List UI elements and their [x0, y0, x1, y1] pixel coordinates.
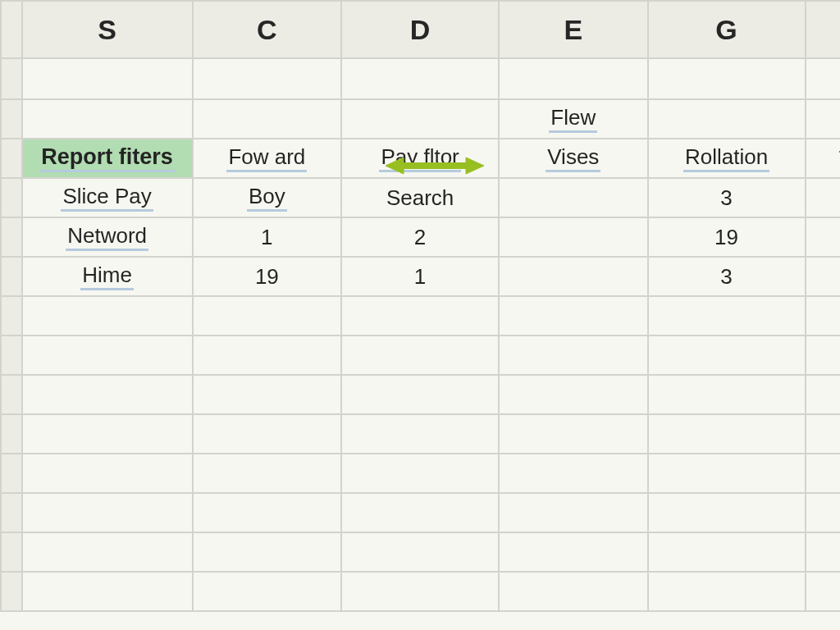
cell[interactable]: Search	[341, 178, 499, 217]
cell[interactable]	[193, 532, 341, 572]
cell[interactable]	[193, 58, 341, 99]
row-7[interactable]	[1, 296, 840, 336]
row-number[interactable]	[1, 178, 22, 217]
cell[interactable]	[806, 532, 840, 572]
cell[interactable]	[806, 336, 840, 375]
cell-tin[interactable]: Tin	[806, 139, 840, 178]
column-header-d[interactable]: D	[341, 1, 499, 58]
row-9[interactable]	[1, 375, 840, 414]
select-all-corner[interactable]	[1, 1, 22, 58]
cell[interactable]: 1	[193, 217, 341, 257]
row-number[interactable]	[1, 336, 22, 375]
cell[interactable]	[499, 58, 647, 99]
cell[interactable]	[193, 454, 341, 493]
cell[interactable]	[22, 532, 193, 572]
cell[interactable]	[648, 336, 806, 375]
row-number[interactable]	[1, 414, 22, 454]
row-number[interactable]	[1, 572, 22, 611]
cell[interactable]	[193, 99, 341, 139]
cell[interactable]: 3	[648, 257, 806, 296]
cell[interactable]	[22, 296, 193, 336]
cell[interactable]: Slice Pay	[22, 178, 193, 217]
cell[interactable]: 1	[341, 257, 499, 296]
cell[interactable]	[648, 532, 806, 572]
cell[interactable]	[193, 296, 341, 336]
row-6[interactable]: Hime 19 1 3	[1, 257, 840, 296]
cell[interactable]: 2	[341, 217, 499, 257]
cell[interactable]	[499, 217, 647, 257]
cell[interactable]: 3	[648, 178, 806, 217]
row-1[interactable]	[1, 58, 840, 99]
cell-report-fiters[interactable]: Report fiters	[22, 139, 193, 178]
cell[interactable]	[806, 257, 840, 296]
column-header-row[interactable]: S C D E G	[1, 1, 840, 58]
cell[interactable]	[341, 454, 499, 493]
row-5[interactable]: Netword 1 2 19	[1, 217, 840, 257]
cell[interactable]	[499, 296, 647, 336]
cell-vises[interactable]: Vises	[499, 139, 647, 178]
row-number[interactable]	[1, 454, 22, 493]
row-number[interactable]	[1, 99, 22, 139]
cell-flew[interactable]: Flew	[499, 99, 647, 139]
cell[interactable]	[22, 336, 193, 375]
column-header-tail[interactable]	[806, 1, 840, 58]
cell[interactable]	[341, 336, 499, 375]
row-number[interactable]	[1, 217, 22, 257]
cell[interactable]	[648, 454, 806, 493]
cell[interactable]	[22, 572, 193, 611]
cell[interactable]	[806, 572, 840, 611]
row-3-headers[interactable]: Report fiters Fow ard Pay fltor Vises Ro…	[1, 139, 840, 178]
cell[interactable]	[806, 375, 840, 414]
column-header-s[interactable]: S	[22, 1, 193, 58]
cell[interactable]	[341, 532, 499, 572]
cell[interactable]	[806, 296, 840, 336]
cell[interactable]	[806, 58, 840, 99]
column-header-e[interactable]: E	[499, 1, 647, 58]
cell[interactable]: Boy	[193, 178, 341, 217]
row-number[interactable]	[1, 257, 22, 296]
cell[interactable]	[806, 99, 840, 139]
cell[interactable]	[341, 296, 499, 336]
cell[interactable]	[341, 572, 499, 611]
cell[interactable]	[22, 99, 193, 139]
cell[interactable]	[499, 454, 647, 493]
row-14[interactable]	[1, 572, 840, 611]
cell[interactable]	[806, 493, 840, 532]
cell-rollation[interactable]: Rollation	[648, 139, 806, 178]
cell[interactable]	[341, 375, 499, 414]
row-2[interactable]: Flew	[1, 99, 840, 139]
cell[interactable]	[648, 99, 806, 139]
cell[interactable]	[499, 493, 647, 532]
cell[interactable]	[193, 336, 341, 375]
cell[interactable]	[806, 217, 840, 257]
cell[interactable]	[499, 532, 647, 572]
column-header-c[interactable]: C	[193, 1, 341, 58]
cell[interactable]	[648, 572, 806, 611]
cell[interactable]	[193, 414, 341, 454]
row-4[interactable]: Slice Pay Boy Search 3	[1, 178, 840, 217]
cell[interactable]	[341, 414, 499, 454]
cell[interactable]	[193, 572, 341, 611]
row-8[interactable]	[1, 336, 840, 375]
cell[interactable]	[193, 375, 341, 414]
cell[interactable]: Netword	[22, 217, 193, 257]
cell[interactable]	[341, 99, 499, 139]
cell[interactable]: 19	[648, 217, 806, 257]
spreadsheet[interactable]: S C D E G Flew	[0, 0, 840, 630]
cell[interactable]	[499, 257, 647, 296]
column-header-g[interactable]: G	[648, 1, 806, 58]
cell[interactable]	[22, 375, 193, 414]
row-10[interactable]	[1, 414, 840, 454]
grid-table[interactable]: S C D E G Flew	[0, 0, 840, 612]
cell[interactable]	[499, 572, 647, 611]
cell[interactable]	[499, 336, 647, 375]
row-number[interactable]	[1, 296, 22, 336]
cell[interactable]	[22, 414, 193, 454]
cell[interactable]: Hime	[22, 257, 193, 296]
cell[interactable]	[22, 58, 193, 99]
row-number[interactable]	[1, 493, 22, 532]
cell[interactable]	[193, 493, 341, 532]
row-number[interactable]	[1, 58, 22, 99]
cell[interactable]	[499, 414, 647, 454]
cell[interactable]	[341, 58, 499, 99]
